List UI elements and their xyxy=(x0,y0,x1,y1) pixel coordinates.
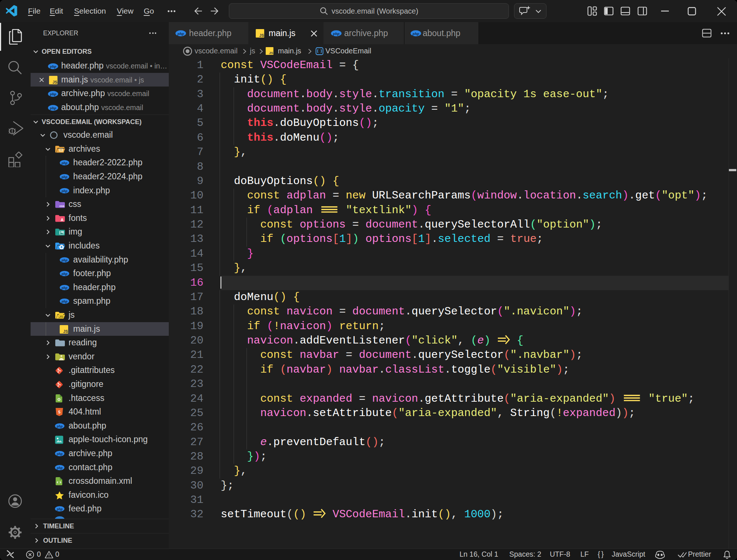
svg-text:php: php xyxy=(333,31,340,36)
svg-text:php: php xyxy=(177,31,184,36)
svg-text:php: php xyxy=(412,31,419,36)
svg-text:JS: JS xyxy=(259,33,264,38)
svg-text:JS: JS xyxy=(269,51,273,55)
